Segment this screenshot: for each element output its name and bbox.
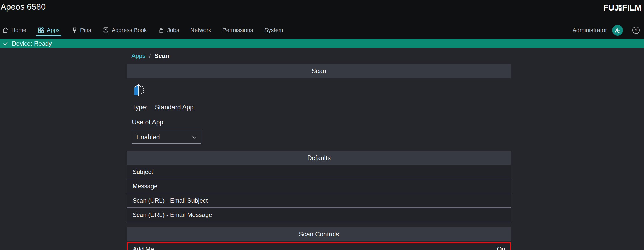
use-of-app-label: Use of App (127, 119, 511, 126)
nav-item-apps[interactable]: Apps (38, 22, 60, 39)
setting-row-label: Subject (132, 168, 153, 175)
settings-panel: Apps / Scan Scan Type: Standard App Use … (127, 52, 511, 250)
setting-row-subject[interactable]: Subject (127, 165, 511, 179)
nav-item-label: Address Book (112, 27, 147, 34)
nav-item-label: Home (11, 27, 26, 34)
main-content: Apps / Scan Scan Type: Standard App Use … (0, 52, 644, 250)
defaults-section-header: Defaults (127, 151, 511, 165)
nav-item-pins[interactable]: Pins (71, 22, 91, 39)
device-status-bar: Device: Ready (0, 39, 644, 48)
user-monitor-icon (614, 27, 621, 34)
add-me-label: Add Me (133, 246, 154, 250)
nav-item-network[interactable]: Network (190, 22, 211, 39)
app-type-row: Type: Standard App (127, 103, 511, 111)
home-icon (2, 27, 9, 34)
scan-app-icon (132, 84, 146, 96)
fujifilm-logo-stylized-i (619, 5, 622, 11)
add-me-setting-row[interactable]: Add Me On (127, 242, 511, 250)
setting-row-label: Scan (URL) - Email Message (132, 211, 212, 218)
section-gap (127, 222, 511, 227)
fujifilm-logo: FUJ FILM (603, 3, 641, 13)
fujifilm-logo-right: FILM (622, 3, 641, 13)
setting-row-label: Scan (URL) - Email Subject (132, 197, 208, 204)
nav-item-label: Permissions (222, 27, 253, 34)
address-book-icon (103, 27, 109, 34)
nav-item-label: Pins (80, 27, 91, 34)
administrator-account-button[interactable] (612, 25, 623, 36)
svg-text:?: ? (635, 28, 637, 33)
scan-section-header: Scan (127, 64, 511, 78)
jobs-icon (158, 27, 165, 34)
setting-row-message[interactable]: Message (127, 179, 511, 193)
defaults-section-title: Defaults (307, 154, 331, 162)
nav-item-label: System (264, 27, 283, 34)
help-question-icon: ? (632, 26, 640, 34)
scan-controls-section-header: Scan Controls (127, 227, 511, 241)
help-button[interactable]: ? (632, 26, 640, 34)
nav-item-address-book[interactable]: Address Book (103, 22, 147, 39)
nav-item-label: Apps (47, 27, 60, 34)
top-bar: Apeos 6580 FUJ FILM Home Apps Pins (0, 0, 644, 39)
main-nav: Home Apps Pins Address Book (0, 22, 644, 39)
nav-right-group: Administrator ? (573, 22, 640, 39)
use-of-app-selected-value: Enabled (136, 133, 160, 141)
nav-item-label: Network (190, 27, 211, 34)
nav-item-label: Jobs (167, 27, 179, 34)
use-of-app-dropdown[interactable]: Enabled (132, 131, 201, 144)
device-status-text: Device: Ready (12, 40, 52, 47)
nav-item-home[interactable]: Home (2, 22, 26, 39)
breadcrumb-current-page: Scan (154, 52, 169, 59)
fujifilm-logo-left: FUJ (603, 3, 619, 13)
check-icon (3, 41, 8, 46)
logged-in-user-label: Administrator (573, 27, 607, 34)
nav-item-jobs[interactable]: Jobs (158, 22, 179, 39)
breadcrumb-separator: / (149, 52, 151, 59)
defaults-row-list: Subject Message Scan (URL) - Email Subje… (127, 165, 511, 222)
pin-icon (71, 27, 78, 34)
app-type-value: Standard App (155, 103, 194, 111)
nav-item-permissions[interactable]: Permissions (222, 22, 253, 39)
setting-row-label: Message (132, 183, 157, 190)
scan-section-title: Scan (312, 67, 326, 75)
nav-item-system[interactable]: System (264, 22, 283, 39)
chevron-down-icon (191, 134, 197, 140)
apps-grid-icon (38, 27, 44, 34)
add-me-value: On (497, 246, 505, 250)
setting-row-scan-url-email-message[interactable]: Scan (URL) - Email Message (127, 208, 511, 222)
breadcrumb-apps-link[interactable]: Apps (131, 52, 146, 59)
app-type-label: Type: (132, 103, 148, 111)
breadcrumb: Apps / Scan (127, 52, 511, 59)
setting-row-scan-url-email-subject[interactable]: Scan (URL) - Email Subject (127, 193, 511, 208)
device-title: Apeos 6580 (1, 2, 46, 12)
scan-controls-section-title: Scan Controls (299, 231, 339, 238)
